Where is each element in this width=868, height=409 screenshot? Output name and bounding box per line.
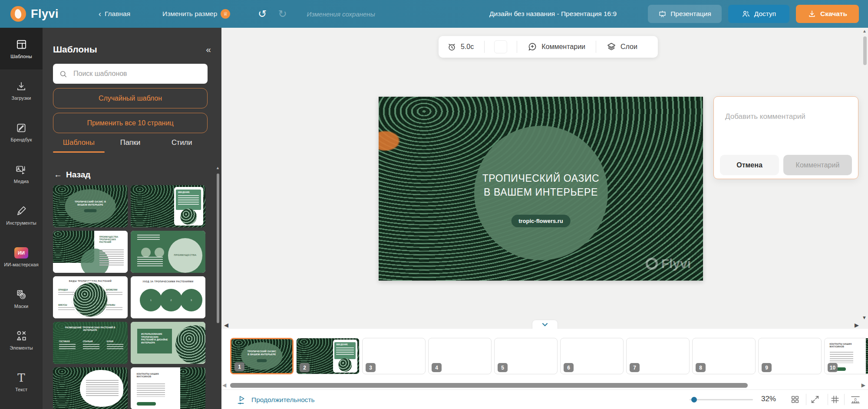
sidebar-item-uploads[interactable]: Загрузки xyxy=(0,69,43,111)
comment-input[interactable]: Добавить комментарий xyxy=(725,112,805,121)
ai-icon: ИИ xyxy=(14,247,28,259)
filmstrip-scroll-right-button[interactable]: ▶ xyxy=(854,322,860,329)
home-button[interactable]: ‹ Главная xyxy=(99,10,130,18)
undo-button[interactable]: ↺ xyxy=(258,8,267,20)
back-button[interactable]: ← Назад xyxy=(54,170,90,180)
horizontal-scrollbar-thumb[interactable] xyxy=(230,383,748,388)
sidebar-item-media[interactable]: Медиа xyxy=(0,153,43,194)
template-thumb-advcirc[interactable]: ПРЕИМУЩЕСТВА xyxy=(131,231,205,273)
scroll-right-button[interactable]: ▶ xyxy=(861,382,865,388)
people-icon xyxy=(742,10,750,18)
comments-button[interactable]: Комментарии xyxy=(528,42,585,52)
toolbar-divider xyxy=(596,41,596,53)
background-swatch-button[interactable] xyxy=(494,40,507,53)
text-icon: T xyxy=(17,372,25,384)
sidebar-item-tools[interactable]: Инструменты xyxy=(0,194,43,236)
zoom-slider-knob[interactable] xyxy=(691,397,697,402)
redo-button[interactable]: ↻ xyxy=(278,8,287,20)
sidebar-item-masks[interactable]: Маски xyxy=(0,278,43,319)
template-thumb-placement[interactable]: РАЗМЕЩЕНИЕ ТРОПИЧЕСКИХ РАСТЕНИЙ В ИНТЕРЬ… xyxy=(53,322,128,364)
grid-toggle-button[interactable] xyxy=(830,395,840,404)
filmstrip-collapse-button[interactable] xyxy=(532,320,558,329)
flyvi-logo[interactable]: Flyvi xyxy=(10,6,59,22)
canvas-scroll-down-button[interactable]: ▼ xyxy=(862,315,867,320)
panel-collapse-button[interactable]: « xyxy=(206,44,211,55)
sidebar-item-label: Маски xyxy=(14,304,28,309)
comment-cancel-button[interactable]: Отмена xyxy=(720,155,779,175)
document-title[interactable]: Дизайн без названия - Презентация 16:9 xyxy=(489,0,617,28)
search-input[interactable] xyxy=(73,69,201,78)
top-bar: Flyvi ‹ Главная Изменить размер ♕ ↺ ↻ Из… xyxy=(0,0,868,28)
slide-duration-control[interactable]: 5.0с xyxy=(447,43,474,52)
tab-templates[interactable]: Шаблоны xyxy=(53,138,105,153)
panel-scrollbar[interactable] xyxy=(217,173,219,323)
resize-button[interactable]: Изменить размер ♕ xyxy=(162,9,230,19)
layers-button[interactable]: Слои xyxy=(607,42,637,52)
slide-title[interactable]: ТРОПИЧЕСКИЙ ОАЗИС В ВАШЕМ ИНТЕРЬЕРЕ xyxy=(379,171,703,199)
flyvi-logo-text: Flyvi xyxy=(31,7,59,21)
slide-canvas[interactable]: ТРОПИЧЕСКИЙ ОАЗИС В ВАШЕМ ИНТЕРЬЕРЕ trop… xyxy=(379,97,703,281)
tab-folders[interactable]: Папки xyxy=(105,138,156,153)
chevron-down-icon xyxy=(542,323,548,327)
random-template-button[interactable]: Случайный шаблон xyxy=(53,88,208,108)
zoom-slider[interactable] xyxy=(690,399,753,400)
comment-popup: Добавить комментарий Отмена Комментарий xyxy=(713,96,858,179)
template-thumb-advlist[interactable]: ПРЕИМУЩЕСТВА ТРОПИЧЕСКИХ РАСТЕНИЙ xyxy=(53,231,128,273)
easel-icon xyxy=(658,10,667,18)
template-thumb-contacts[interactable]: КОНТАКТЫ НАШИХ МАГАЗИНОВ xyxy=(131,367,205,409)
templates-icon xyxy=(16,39,27,51)
template-thumb-cover[interactable]: ТРОПИЧЕСКИЙ ОАЗИС В ВАШЕМ ИНТЕРЬЕРЕ xyxy=(53,185,128,227)
sidebar-item-label: Загрузки xyxy=(11,95,31,101)
template-thumb-care[interactable]: УХОД ЗА ТРОПИЧЕСКИМИ РАСТЕНИЯМИ123 xyxy=(131,276,205,318)
apply-all-pages-button[interactable]: Применить все 10 страниц xyxy=(53,113,208,133)
template-thumb-usage[interactable]: ИСПОЛЬЗОВАНИЕ ТРОПИЧЕСКИХ РАСТЕНИЙ В ДИЗ… xyxy=(131,322,205,364)
filmstrip-slide-5[interactable]: 5 xyxy=(494,338,558,374)
grid-view-button[interactable] xyxy=(790,395,800,404)
templates-panel: Шаблоны « Случайный шаблон Применить все… xyxy=(43,28,221,409)
filmstrip-slide-9[interactable]: 9 xyxy=(758,338,822,374)
filmstrip-slide-1[interactable]: ТРОПИЧЕСКИЙ ОАЗИС В ВАШЕМ ИНТЕРЬЕРЕ1 xyxy=(230,338,294,374)
filmstrip-slide-8[interactable]: 8 xyxy=(692,338,756,374)
canvas-toolbar: 5.0с Комментарии Слои xyxy=(439,36,658,58)
bottombar-divider xyxy=(806,394,806,405)
sidebar-item-elements[interactable]: Элементы xyxy=(0,319,43,361)
sidebar-item-templates[interactable]: Шаблоны xyxy=(0,28,43,69)
slide-number-badge: 5 xyxy=(498,363,508,372)
sidebar-item-label: Брендбук xyxy=(10,137,32,142)
scroll-left-button[interactable]: ◀ xyxy=(222,382,226,388)
filmstrip-slide-6[interactable]: 6 xyxy=(560,338,624,374)
slide-site-badge[interactable]: tropic-flowers.ru xyxy=(511,215,571,227)
sidebar-item-brandbook[interactable]: Брендбук xyxy=(0,111,43,153)
filmstrip-slide-4[interactable]: 4 xyxy=(428,338,492,374)
zoom-level: 32% xyxy=(756,395,781,403)
filmstrip-slide-10[interactable]: КОНТАКТЫ НАШИХ МАГАЗИНОВ10 xyxy=(824,338,868,374)
canvas-vertical-scrollbar[interactable] xyxy=(863,36,867,65)
ruler-toggle-button[interactable]: 0 xyxy=(850,395,861,404)
filmstrip-scroll-left-button[interactable]: ◀ xyxy=(223,322,229,329)
duration-button[interactable]: Продолжительность xyxy=(237,390,315,409)
duration-play-icon xyxy=(237,395,246,405)
access-button[interactable]: Доступ xyxy=(728,5,789,23)
sidebar-item-label: Текст xyxy=(15,387,27,392)
slide-number-badge: 4 xyxy=(432,363,442,372)
template-search[interactable] xyxy=(53,64,208,84)
sidebar-item-text[interactable]: TТекст xyxy=(0,361,43,402)
comment-submit-button[interactable]: Комментарий xyxy=(783,155,852,175)
template-thumb-species[interactable]: ВИДЫ ТРОПИЧЕСКИХ РАСТЕНИЙОРХИДЕИБРОМЕЛИИ… xyxy=(53,276,128,318)
download-button[interactable]: Скачать xyxy=(796,5,859,23)
template-thumb-intro[interactable]: ВВЕДЕНИЕ xyxy=(131,185,205,227)
fullscreen-button[interactable] xyxy=(810,395,820,404)
flyvi-watermark: Flyvi xyxy=(646,256,691,271)
sidebar-item-ai[interactable]: ИИИИ-мастерская xyxy=(0,236,43,278)
panel-tabs: Шаблоны Папки Стили xyxy=(53,138,208,153)
filmstrip-slide-3[interactable]: 3 xyxy=(362,338,426,374)
tab-styles[interactable]: Стили xyxy=(156,138,208,153)
present-button[interactable]: Презентация xyxy=(648,5,722,23)
slide-number-badge: 1 xyxy=(234,362,244,371)
template-thumb-about[interactable] xyxy=(53,367,128,409)
filmstrip-slide-7[interactable]: 7 xyxy=(626,338,690,374)
slide-number-badge: 8 xyxy=(696,363,706,372)
canvas-scroll-up-button[interactable]: ▲ xyxy=(862,29,867,33)
filmstrip-slide-2[interactable]: ВВЕДЕНИЕ2 xyxy=(296,338,360,374)
panel-scroll-up-icon[interactable]: ▲ xyxy=(216,166,220,170)
